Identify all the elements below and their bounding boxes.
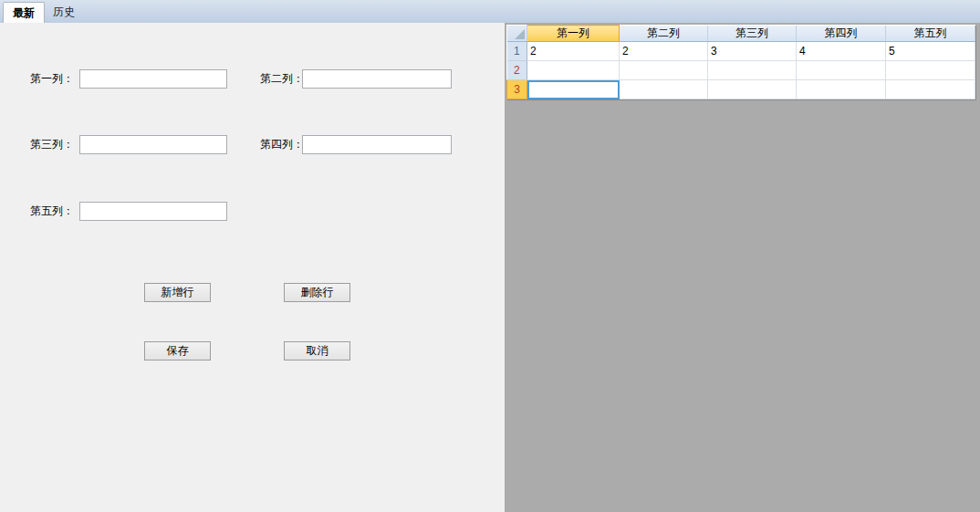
grid-workspace: 第一列 第二列 第三列 第四列 第五列 1 2 2 3 4 5 2 [505, 23, 980, 512]
tab-history[interactable]: 历史 [44, 2, 84, 23]
input-col1[interactable] [79, 69, 227, 89]
field-label-col3: 第三列： [30, 135, 74, 154]
data-grid: 第一列 第二列 第三列 第四列 第五列 1 2 2 3 4 5 2 [506, 25, 975, 99]
field-label-col1: 第一列： [30, 69, 74, 89]
grid-cell-r1c1[interactable]: 2 [527, 42, 620, 61]
field-label-col5: 第五列： [30, 202, 74, 221]
grid-cell-r3c2[interactable] [620, 80, 708, 99]
grid-cell-r2c4[interactable] [797, 61, 886, 80]
select-all-corner[interactable] [507, 26, 527, 42]
input-col3[interactable] [79, 135, 227, 154]
grid-cell-r1c5[interactable]: 5 [886, 42, 975, 61]
row-header-1[interactable]: 1 [507, 42, 527, 61]
add-row-button[interactable]: 新增行 [144, 283, 211, 302]
table-row: 1 2 2 3 4 5 [507, 42, 975, 61]
field-label-col4: 第四列： [260, 135, 304, 154]
input-col2[interactable] [302, 69, 452, 89]
row-header-3[interactable]: 3 [507, 80, 527, 99]
grid-cell-r3c1-selected[interactable] [527, 80, 620, 99]
grid-header-row: 第一列 第二列 第三列 第四列 第五列 [507, 26, 975, 42]
grid-cell-r1c2[interactable]: 2 [620, 42, 708, 61]
tab-latest[interactable]: 最新 [3, 2, 45, 23]
save-button[interactable]: 保存 [144, 341, 211, 360]
grid-cell-r3c5[interactable] [886, 80, 975, 99]
input-col4[interactable] [302, 135, 452, 154]
table-row: 2 [507, 61, 975, 80]
field-label-col2: 第二列： [260, 69, 304, 89]
column-header-col3[interactable]: 第三列 [708, 26, 797, 42]
column-header-col4[interactable]: 第四列 [797, 26, 886, 42]
form-panel: 第一列： 第二列： 第三列： 第四列： 第五列： 新增行 删除行 保存 取消 [0, 23, 505, 512]
row-header-2[interactable]: 2 [507, 61, 527, 80]
delete-row-button[interactable]: 删除行 [284, 283, 350, 302]
grid-cell-r2c1[interactable] [527, 61, 620, 80]
grid-cell-r1c4[interactable]: 4 [797, 42, 886, 61]
tab-strip: 最新 历史 [0, 0, 980, 23]
cancel-button[interactable]: 取消 [284, 341, 350, 360]
grid-cell-r2c5[interactable] [886, 61, 975, 80]
column-header-col5[interactable]: 第五列 [886, 26, 975, 42]
column-header-col1[interactable]: 第一列 [527, 26, 620, 42]
grid-cell-r2c3[interactable] [708, 61, 797, 80]
column-header-col2[interactable]: 第二列 [620, 26, 708, 42]
grid-cell-r3c3[interactable] [708, 80, 797, 99]
table-row: 3 [507, 80, 975, 99]
input-col5[interactable] [79, 202, 227, 221]
grid-cell-r3c4[interactable] [797, 80, 886, 99]
corner-triangle-icon [515, 29, 525, 39]
app-window: 最新 历史 第一列： 第二列： 第三列： 第四列： 第五列： 新增行 删除行 保… [0, 0, 980, 512]
grid-cell-r2c2[interactable] [620, 61, 708, 80]
grid-cell-r1c3[interactable]: 3 [708, 42, 797, 61]
